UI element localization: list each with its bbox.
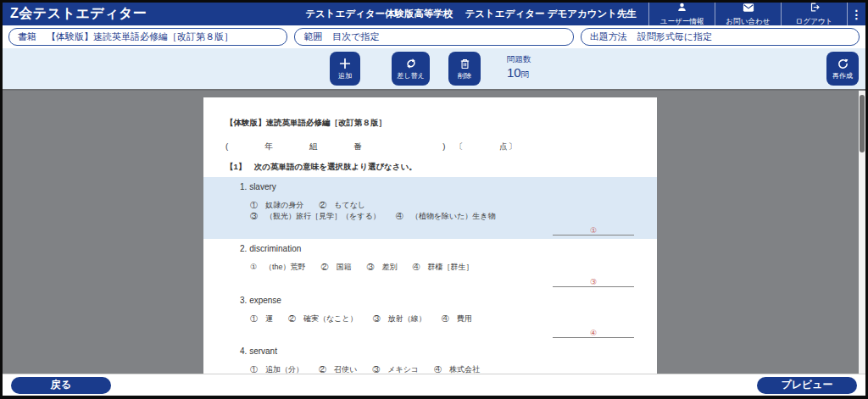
range-field-value: 目次で指定 (332, 30, 379, 43)
swap-arrows-icon (404, 57, 418, 70)
recreate-button[interactable]: 再作成 (826, 52, 859, 86)
question-2-options-line-1: ① （the）荒野 ② 国籍 ③ 差別 ④ 群棲［群生］ (250, 262, 635, 273)
method-field[interactable]: 出題方法 設問形式毎に指定 (581, 28, 860, 46)
replace-label: 差し替え (397, 71, 424, 80)
vertical-scrollbar[interactable] (859, 91, 865, 374)
name-score-line: ( 年 組 番 ) 〔 点〕 (225, 141, 635, 152)
range-field[interactable]: 範囲 目次で指定 (294, 28, 573, 46)
question-count: 問題数 10問 (507, 54, 531, 81)
question-3[interactable]: 3. expense ① 運 ② 確実（なこと） ③ 放射（線） ④ 費用 ④ (203, 291, 657, 342)
contact-button[interactable]: お問い合わせ (715, 3, 781, 25)
kebab-menu-icon[interactable]: ⋮ (847, 3, 865, 25)
worksheet-title: 【体験版】速読英単語必修編［改訂第８版］ (225, 118, 635, 129)
add-question-button[interactable]: 追加 (330, 52, 360, 86)
question-1-answer: ① (553, 227, 634, 236)
question-count-label: 問題数 (507, 54, 531, 65)
range-field-label: 範囲 (303, 30, 322, 43)
question-2-answer: ③ (553, 279, 634, 288)
question-1[interactable]: 1. slavery ① 奴隷の身分 ② もてなし ③ （観光）旅行［見学］（を… (203, 177, 657, 239)
answer-line (553, 286, 634, 288)
test-editor-window: Z会テストエディター テストエディター体験版高等学校 テストエディター デモアカ… (0, 0, 868, 399)
worksheet-page: 【体験版】速読英単語必修編［改訂第８版］ ( 年 組 番 ) 〔 点〕 【1】 … (203, 97, 657, 374)
question-4[interactable]: 4. servant ① 追加（分） ② 召使い ③ メキシコ ④ 株式会社 (203, 341, 657, 374)
user-info-button[interactable]: ユーザー情報 (648, 3, 715, 25)
book-field[interactable]: 書籍 【体験版】速読英単語必修編［改訂第８版］ (8, 28, 287, 46)
mail-icon (743, 1, 754, 16)
bottom-bar: 戻る プレビュー (3, 374, 865, 396)
book-field-value: 【体験版】速読英単語必修編［改訂第８版］ (47, 30, 233, 43)
recreate-label: 再作成 (832, 71, 853, 80)
refresh-icon (837, 58, 849, 70)
question-count-value: 10問 (507, 65, 531, 81)
question-2-answer-number: ③ (553, 279, 634, 286)
method-field-value: 設問形式毎に指定 (637, 30, 712, 43)
question-3-word: 3. expense (240, 296, 635, 305)
question-3-answer-number: ④ (553, 330, 634, 337)
question-4-options-line-1: ① 追加（分） ② 召使い ③ メキシコ ④ 株式会社 (250, 364, 635, 374)
logout-button[interactable]: ログアウト (781, 3, 847, 25)
condition-fields-row: 書籍 【体験版】速読英単語必修編［改訂第８版］ 範囲 目次で指定 出題方法 設問… (3, 25, 865, 48)
delete-question-button[interactable]: 削除 (448, 52, 481, 86)
question-1-options-line-2: ③ （観光）旅行［見学］（をする） ④ （植物を除いた）生き物 (250, 211, 635, 222)
replace-question-button[interactable]: 差し替え (392, 52, 430, 86)
question-2[interactable]: 2. discrimination ① （the）荒野 ② 国籍 ③ 差別 ④ … (203, 239, 657, 291)
add-label: 追加 (338, 71, 352, 80)
user-name: テストエディター デモアカウント先生 (465, 8, 637, 20)
method-field-label: 出題方法 (590, 30, 627, 43)
question-3-answer: ④ (553, 330, 634, 339)
logout-icon (809, 1, 820, 16)
question-1-word: 1. slavery (240, 182, 635, 191)
question-toolbar: 追加 差し替え 削除 問題数 10問 再作成 (3, 48, 865, 91)
question-3-options-line-1: ① 運 ② 確実（なこと） ③ 放射（線） ④ 費用 (250, 313, 635, 324)
book-field-label: 書籍 (18, 30, 36, 43)
scrollbar-thumb[interactable] (860, 95, 865, 152)
question-1-options-line-1: ① 奴隷の身分 ② もてなし (250, 200, 635, 211)
back-button[interactable]: 戻る (11, 377, 111, 394)
top-menu: ユーザー情報 お問い合わせ ログアウト ⋮ (648, 3, 865, 25)
account-info: テストエディター体験版高等学校 テストエディター デモアカウント先生 (305, 8, 648, 20)
plus-icon (338, 57, 352, 70)
section-heading: 【1】 次の英単語の意味を選択肢より選びなさい。 (225, 162, 635, 173)
question-1-answer-number: ① (553, 227, 634, 235)
trash-icon (459, 58, 471, 70)
answer-line (553, 235, 634, 236)
delete-label: 削除 (458, 71, 471, 80)
app-title: Z会テストエディター (3, 5, 147, 23)
preview-canvas: 【体験版】速読英単語必修編［改訂第８版］ ( 年 組 番 ) 〔 点〕 【1】 … (3, 91, 865, 374)
preview-button[interactable]: プレビュー (757, 377, 857, 394)
question-4-word: 4. servant (240, 346, 635, 356)
question-2-word: 2. discrimination (240, 244, 635, 253)
user-icon (676, 1, 687, 16)
answer-line (553, 337, 634, 339)
school-name: テストエディター体験版高等学校 (305, 8, 453, 20)
top-bar: Z会テストエディター テストエディター体験版高等学校 テストエディター デモアカ… (3, 3, 865, 25)
